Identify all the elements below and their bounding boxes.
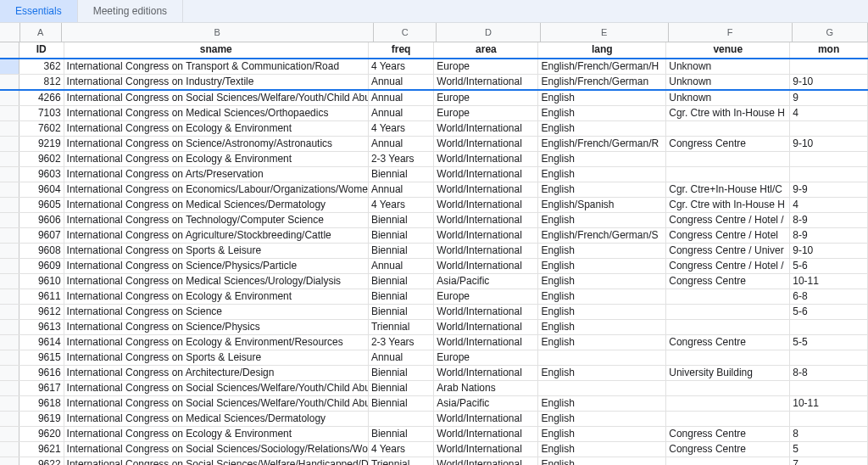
tab-meeting-editions[interactable]: Meeting editions bbox=[78, 0, 183, 22]
cell-sname[interactable]: International Congress on Social Science… bbox=[64, 91, 369, 105]
cell-id[interactable]: ID bbox=[19, 42, 64, 58]
cell-id[interactable]: 9618 bbox=[19, 396, 64, 411]
cell-freq[interactable]: Biennial bbox=[369, 228, 434, 243]
cell-area[interactable]: Europe bbox=[434, 91, 538, 105]
cell-area[interactable]: Europe bbox=[434, 350, 538, 365]
cell-freq[interactable]: Biennial bbox=[369, 366, 434, 380]
cell-lang[interactable]: English/Spanish bbox=[538, 198, 666, 212]
cell-area[interactable]: World/International bbox=[434, 75, 538, 89]
row-number-gutter[interactable] bbox=[0, 366, 19, 380]
row-number-gutter[interactable] bbox=[0, 167, 19, 182]
cell-venue[interactable] bbox=[666, 396, 790, 411]
cell-freq[interactable]: Annual bbox=[369, 137, 434, 151]
cell-lang[interactable]: English/French/German bbox=[538, 75, 666, 89]
cell-id[interactable]: 362 bbox=[19, 59, 64, 74]
column-header-C[interactable]: C bbox=[374, 23, 437, 42]
cell-lang[interactable]: English bbox=[538, 106, 666, 120]
cell-area[interactable]: Europe bbox=[434, 106, 538, 120]
cell-sname[interactable]: International Congress on Ecology & Envi… bbox=[64, 121, 369, 136]
cell-sname[interactable]: International Congress on Sports & Leisu… bbox=[64, 350, 369, 365]
cell-sname[interactable]: International Congress on Arts/Preservat… bbox=[64, 167, 369, 182]
table-row[interactable]: 9607 International Congress on Agricultu… bbox=[0, 228, 868, 244]
cell-mon[interactable]: 7 bbox=[790, 457, 868, 465]
cell-area[interactable]: World/International bbox=[434, 228, 538, 243]
cell-mon[interactable]: 9 bbox=[790, 91, 868, 105]
cell-id[interactable]: 9608 bbox=[19, 244, 64, 258]
cell-venue[interactable]: Congress Centre bbox=[666, 442, 790, 457]
cell-lang[interactable]: English bbox=[538, 213, 666, 227]
cell-id[interactable]: 9604 bbox=[19, 182, 64, 197]
cell-area[interactable]: World/International bbox=[434, 182, 538, 197]
cell-area[interactable]: World/International bbox=[434, 213, 538, 227]
cell-freq[interactable]: 2-3 Years bbox=[369, 152, 434, 166]
row-number-gutter[interactable] bbox=[0, 350, 19, 365]
cell-lang[interactable]: English bbox=[538, 412, 666, 426]
table-row[interactable]: 9605 International Congress on Medical S… bbox=[0, 198, 868, 213]
cell-mon[interactable]: 9-10 bbox=[790, 137, 868, 151]
cell-area[interactable]: World/International bbox=[434, 198, 538, 212]
table-row[interactable]: 9614 International Congress on Ecology &… bbox=[0, 335, 868, 350]
cell-sname[interactable]: International Congress on Architecture/D… bbox=[64, 366, 369, 380]
cell-venue[interactable]: Congress Centre bbox=[666, 427, 790, 441]
row-number-gutter[interactable] bbox=[0, 137, 19, 151]
column-header-B[interactable]: B bbox=[62, 23, 374, 42]
cell-freq[interactable]: Annual bbox=[369, 91, 434, 105]
cell-freq[interactable]: Biennial bbox=[369, 244, 434, 258]
cell-area[interactable]: World/International bbox=[434, 305, 538, 319]
table-row[interactable]: 9617 International Congress on Social Sc… bbox=[0, 381, 868, 396]
row-number-gutter[interactable] bbox=[0, 42, 19, 58]
cell-id[interactable]: 9622 bbox=[19, 457, 64, 465]
cell-venue[interactable]: Congress Centre bbox=[666, 137, 790, 151]
cell-area[interactable]: Asia/Pacific bbox=[434, 274, 538, 289]
cell-freq[interactable]: Triennial bbox=[369, 320, 434, 334]
cell-mon[interactable]: 5 bbox=[790, 442, 868, 457]
column-header-F[interactable]: F bbox=[669, 23, 793, 42]
cell-sname[interactable]: International Congress on Ecology & Envi… bbox=[64, 289, 369, 304]
cell-id[interactable]: 9613 bbox=[19, 320, 64, 334]
cell-venue[interactable]: Congress Centre bbox=[666, 274, 790, 289]
cell-area[interactable]: World/International bbox=[434, 137, 538, 151]
cell-sname[interactable]: International Congress on Social Science… bbox=[64, 457, 369, 465]
cell-sname[interactable]: International Congress on Sports & Leisu… bbox=[64, 244, 369, 258]
cell-venue[interactable]: Unknown bbox=[666, 91, 790, 105]
cell-id[interactable]: 4266 bbox=[19, 91, 64, 105]
cell-sname[interactable]: International Congress on Ecology & Envi… bbox=[64, 427, 369, 441]
cell-mon[interactable]: 5-5 bbox=[790, 335, 868, 350]
cell-id[interactable]: 9602 bbox=[19, 152, 64, 166]
row-number-gutter[interactable] bbox=[0, 381, 19, 395]
cell-venue[interactable]: venue bbox=[666, 42, 790, 58]
cell-id[interactable]: 7602 bbox=[19, 121, 64, 136]
table-row[interactable]: 9621 International Congress on Social Sc… bbox=[0, 442, 868, 457]
cell-mon[interactable]: 9-10 bbox=[790, 244, 868, 258]
cell-mon[interactable] bbox=[790, 59, 868, 74]
cell-lang[interactable]: English bbox=[538, 396, 666, 411]
cell-sname[interactable]: International Congress on Economics/Labo… bbox=[64, 182, 369, 197]
table-row[interactable]: 9618 International Congress on Social Sc… bbox=[0, 396, 868, 412]
cell-venue[interactable] bbox=[666, 350, 790, 365]
cell-mon[interactable] bbox=[790, 350, 868, 365]
cell-id[interactable]: 9606 bbox=[19, 213, 64, 227]
spreadsheet-grid[interactable]: A B C D E F G ID sname freq area lang ve… bbox=[0, 23, 868, 465]
cell-venue[interactable]: Unknown bbox=[666, 75, 790, 89]
cell-mon[interactable]: 4 bbox=[790, 106, 868, 120]
cell-venue[interactable]: Cgr. Ctre with In-House H bbox=[666, 198, 790, 212]
table-row[interactable]: 9609 International Congress on Science/P… bbox=[0, 259, 868, 274]
cell-venue[interactable] bbox=[666, 305, 790, 319]
cell-venue[interactable] bbox=[666, 457, 790, 465]
cell-lang[interactable]: English bbox=[538, 289, 666, 304]
row-number-gutter[interactable] bbox=[0, 91, 19, 105]
cell-lang[interactable]: English bbox=[538, 244, 666, 258]
cell-area[interactable]: World/International bbox=[434, 427, 538, 441]
cell-freq[interactable]: Biennial bbox=[369, 381, 434, 395]
row-number-gutter[interactable] bbox=[0, 152, 19, 166]
cell-sname[interactable]: International Congress on Medical Scienc… bbox=[64, 106, 369, 120]
row-number-gutter[interactable] bbox=[0, 320, 19, 334]
table-row[interactable]: 9613 International Congress on Science/P… bbox=[0, 320, 868, 335]
column-header-A[interactable]: A bbox=[20, 23, 62, 42]
cell-freq[interactable]: Biennial bbox=[369, 213, 434, 227]
cell-sname[interactable]: International Congress on Medical Scienc… bbox=[64, 198, 369, 212]
column-header-G[interactable]: G bbox=[793, 23, 868, 42]
cell-freq[interactable]: Biennial bbox=[369, 167, 434, 182]
cell-id[interactable]: 9616 bbox=[19, 366, 64, 380]
cell-area[interactable]: World/International bbox=[434, 335, 538, 350]
